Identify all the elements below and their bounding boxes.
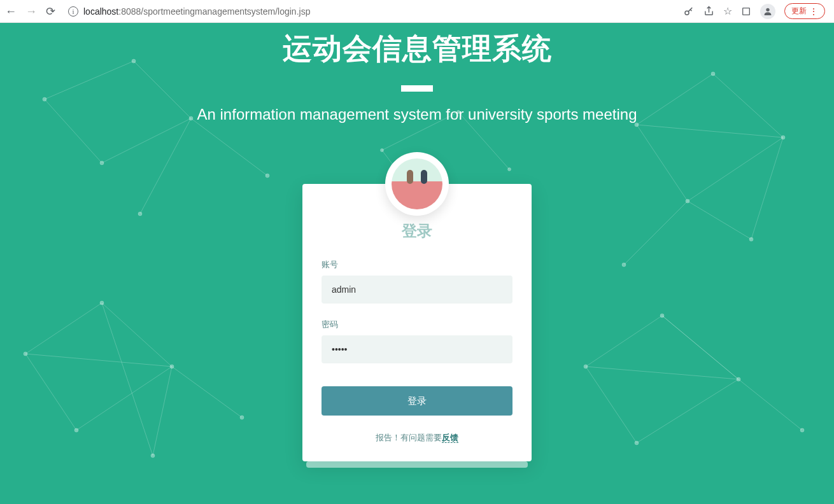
- svg-point-14: [265, 174, 269, 178]
- svg-line-55: [662, 316, 739, 379]
- username-label: 账号: [322, 259, 512, 270]
- login-avatar: [385, 152, 449, 216]
- svg-point-28: [240, 416, 244, 419]
- password-label: 密码: [322, 319, 512, 330]
- profile-avatar-icon[interactable]: [760, 4, 775, 19]
- back-button[interactable]: ←: [5, 6, 17, 17]
- svg-line-8: [191, 118, 267, 176]
- svg-point-60: [635, 441, 639, 445]
- svg-line-6: [102, 118, 191, 163]
- svg-point-23: [24, 352, 27, 356]
- svg-point-48: [622, 263, 626, 267]
- svg-line-53: [637, 379, 739, 443]
- key-icon[interactable]: [683, 6, 695, 17]
- username-input[interactable]: [322, 276, 512, 304]
- username-group: 账号: [322, 259, 512, 304]
- page-title: 运动会信息管理系统: [0, 29, 834, 69]
- svg-point-25: [170, 365, 174, 368]
- svg-line-56: [586, 367, 739, 379]
- svg-line-40: [624, 201, 688, 265]
- svg-point-27: [151, 454, 155, 458]
- svg-line-39: [688, 137, 783, 201]
- url-host: localhost: [83, 6, 118, 17]
- site-info-icon[interactable]: i: [68, 6, 78, 17]
- svg-line-17: [25, 354, 76, 430]
- address-bar[interactable]: i localhost:8088/sportmeetingmanagements…: [60, 3, 678, 20]
- hero-section: 运动会信息管理系统 An information management syst…: [0, 23, 834, 123]
- svg-line-54: [739, 379, 802, 430]
- svg-line-20: [172, 367, 242, 417]
- svg-line-19: [153, 367, 172, 456]
- url-text: localhost:8088/sportmeetingmanagementsys…: [83, 6, 310, 17]
- password-input[interactable]: [322, 335, 512, 363]
- svg-point-34: [508, 168, 511, 171]
- svg-point-2: [766, 8, 769, 11]
- svg-point-32: [381, 149, 384, 152]
- toolbar-right: ☆ 更新 ⋮: [683, 3, 829, 19]
- svg-line-22: [25, 354, 172, 367]
- update-label: 更新: [791, 6, 807, 17]
- svg-rect-1: [743, 8, 750, 15]
- bookmark-star-icon[interactable]: ☆: [723, 5, 732, 17]
- runner-illustration-icon: [392, 158, 442, 209]
- title-divider: [401, 85, 433, 92]
- svg-point-26: [74, 428, 78, 432]
- svg-point-59: [737, 377, 740, 381]
- svg-point-24: [100, 301, 104, 305]
- browser-update-button[interactable]: 更新 ⋮: [784, 3, 825, 19]
- svg-line-52: [586, 367, 637, 443]
- reload-button[interactable]: ⟳: [46, 6, 55, 17]
- url-path: :8088/sportmeetingmanagementsystem/login…: [118, 6, 310, 17]
- card-shadow-decoration: [306, 461, 528, 468]
- svg-point-57: [584, 365, 588, 368]
- svg-point-12: [100, 161, 104, 165]
- svg-point-46: [781, 136, 785, 139]
- feedback-row: 报告！有问题需要反馈: [322, 432, 512, 444]
- login-submit-button[interactable]: 登录: [322, 386, 512, 416]
- svg-line-15: [25, 303, 102, 354]
- svg-line-18: [76, 367, 172, 430]
- extensions-icon[interactable]: [741, 6, 751, 17]
- share-icon[interactable]: [703, 6, 714, 17]
- svg-point-49: [749, 237, 753, 241]
- svg-line-43: [637, 125, 783, 137]
- svg-line-7: [140, 118, 191, 214]
- svg-point-58: [660, 314, 664, 318]
- svg-line-50: [586, 316, 662, 367]
- feedback-link[interactable]: 反馈: [442, 433, 458, 443]
- svg-point-13: [138, 212, 142, 216]
- menu-dots-icon: ⋮: [809, 6, 818, 17]
- password-group: 密码: [322, 319, 512, 363]
- login-title: 登录: [322, 221, 512, 241]
- svg-line-41: [751, 137, 783, 239]
- login-card: 登录 账号 密码 登录 报告！有问题需要反馈: [302, 184, 532, 461]
- svg-line-42: [688, 201, 751, 239]
- nav-controls: ← → ⟳: [5, 6, 55, 17]
- svg-point-61: [800, 428, 804, 432]
- svg-point-47: [686, 199, 689, 203]
- feedback-prefix: 报告！有问题需要: [376, 433, 442, 442]
- svg-line-38: [637, 125, 688, 201]
- browser-toolbar: ← → ⟳ i localhost:8088/sportmeetingmanag…: [0, 0, 834, 23]
- forward-button[interactable]: →: [25, 6, 37, 17]
- page-subtitle: An information management system for uni…: [0, 106, 834, 123]
- page-body: 运动会信息管理系统 An information management syst…: [0, 23, 834, 504]
